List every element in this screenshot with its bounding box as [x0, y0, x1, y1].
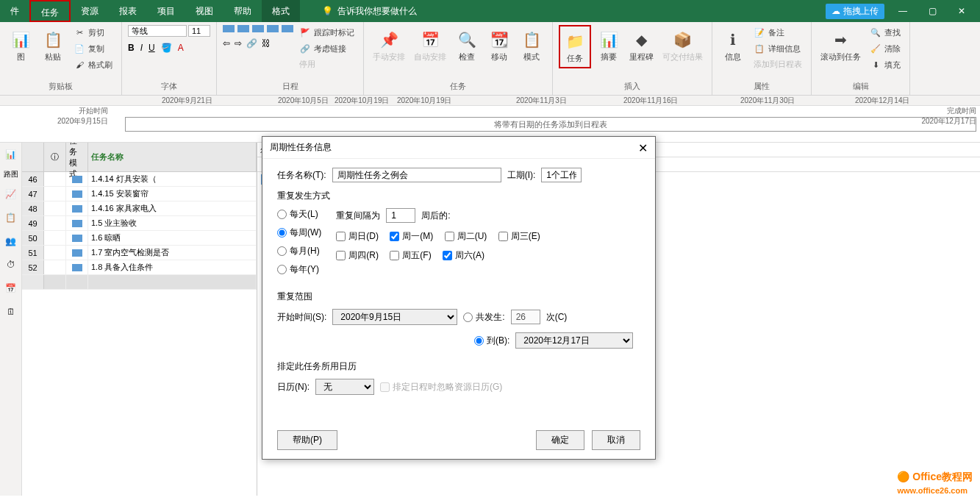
notes-button[interactable]: 📝备注 [751, 25, 805, 40]
tuesday-check[interactable]: 周二(U) [445, 230, 487, 243]
sidebar-form-icon[interactable]: 📋 [2, 209, 20, 226]
thursday-check[interactable]: 周四(R) [336, 249, 379, 262]
name-header[interactable]: 任务名称 [88, 143, 257, 171]
progress-100[interactable] [282, 25, 293, 32]
maximize-button[interactable]: ▢ [921, 2, 943, 20]
saturday-check[interactable]: 周六(A) [443, 249, 484, 262]
link-button[interactable]: 🔗 [246, 38, 257, 49]
sidebar-gantt-icon[interactable]: 📊 [2, 146, 20, 163]
cloud-icon: ☁ [831, 6, 840, 16]
upload-button[interactable]: ☁ 拖拽上传 [826, 4, 884, 19]
clear-button[interactable]: 🧹清除 [867, 41, 904, 56]
font-family-combo[interactable] [128, 25, 187, 37]
track-mark-button[interactable]: 🚩跟踪时标记 [296, 25, 357, 40]
fill-color-button[interactable]: 🪣 [161, 43, 172, 53]
progress-0[interactable] [223, 25, 235, 32]
sidebar-assign-icon[interactable]: 👥 [2, 232, 20, 250]
timeline-start-date: 2020年9月15日 [57, 116, 108, 126]
tab-task[interactable]: 任务 [29, 0, 71, 22]
table-row[interactable]: 481.4.16 家具家电入 [22, 201, 257, 216]
watermark-logo-icon: 🟠 [897, 471, 909, 482]
ignore-calendar-check[interactable]: 排定日程时忽略资源日历(G) [380, 381, 502, 393]
yearly-radio[interactable]: 每年(Y) [277, 263, 321, 276]
move-button[interactable]: 📆移动 [484, 25, 514, 65]
scroll-to-task-button[interactable]: ➡滚动到任务 [818, 25, 864, 65]
daily-radio[interactable]: 每天(L) [277, 208, 321, 221]
start-date-select[interactable]: 2020年9月15日 [332, 309, 457, 325]
sidebar-calendar-icon[interactable]: 🗓 [2, 303, 20, 321]
table-row[interactable]: 461.4.14 灯具安装（ [22, 172, 257, 187]
milestone-button[interactable]: ◆里程碑 [626, 25, 657, 65]
find-button[interactable]: 🔍查找 [867, 25, 904, 40]
table-row[interactable]: 511.7 室内空气检测是否 [22, 246, 257, 260]
format-painter-button[interactable]: 🖌格式刷 [71, 57, 115, 72]
sidebar-work-icon[interactable]: ⏱ [2, 256, 20, 274]
progress-75[interactable] [267, 25, 279, 32]
table-row[interactable]: 491.5 业主验收 [22, 216, 257, 231]
schedule-group-label: 日程 [223, 79, 357, 92]
occur-radio[interactable]: 共发生: [463, 311, 504, 324]
weekly-radio[interactable]: 每周(W) [277, 226, 321, 239]
row-header-blank[interactable] [22, 143, 44, 171]
close-button[interactable]: ✕ [951, 2, 973, 20]
duration-input[interactable] [541, 168, 582, 182]
table-row[interactable]: 471.4.15 安装窗帘 [22, 187, 257, 201]
fill-button[interactable]: ⬇填充 [867, 57, 904, 72]
unlink-button[interactable]: ⛓ [262, 38, 271, 49]
monthly-radio[interactable]: 每月(H) [277, 245, 321, 257]
bold-button[interactable]: B [128, 43, 135, 53]
underline-button[interactable]: U [149, 43, 155, 53]
tab-project[interactable]: 项目 [147, 0, 185, 22]
tab-report[interactable]: 报表 [109, 0, 147, 22]
progress-25[interactable] [237, 25, 249, 32]
italic-button[interactable]: I [140, 43, 143, 53]
indent-button[interactable]: ⇨ [235, 38, 242, 49]
friday-check[interactable]: 周五(F) [390, 249, 431, 262]
summary-button[interactable]: 📊摘要 [594, 25, 623, 65]
outdent-button[interactable]: ⇦ [223, 38, 230, 49]
info-button[interactable]: ℹ信息 [718, 25, 748, 65]
wednesday-check[interactable]: 周三(E) [498, 230, 540, 243]
timeline-start-label: 开始时间 [57, 106, 108, 116]
tab-help[interactable]: 帮助 [223, 0, 262, 22]
font-size-combo[interactable] [188, 25, 210, 37]
view-dropdown[interactable]: 📊 图 [6, 25, 35, 65]
details-button[interactable]: 📋详细信息 [751, 41, 805, 56]
interval-input[interactable] [386, 208, 415, 223]
tell-me-search[interactable]: 💡 告诉我你想要做什么 [322, 5, 417, 18]
end-by-select[interactable]: 2020年12月17日 [515, 332, 633, 349]
cut-button[interactable]: ✂剪切 [71, 25, 115, 40]
cancel-button[interactable]: 取消 [592, 430, 640, 450]
table-row[interactable]: 521.8 具备入住条件 [22, 260, 257, 275]
calendar-select[interactable]: 无 [315, 379, 374, 395]
monday-check[interactable]: 周一(M) [390, 230, 433, 243]
dialog-close-button[interactable]: ✕ [638, 141, 648, 154]
inspect-button[interactable]: 🔍检查 [452, 25, 482, 65]
table-row[interactable]: 501.6 晾晒 [22, 231, 257, 246]
mode-header[interactable]: 任务模式 [66, 143, 88, 171]
tab-view[interactable]: 视图 [185, 0, 223, 22]
tab-resource[interactable]: 资源 [71, 0, 109, 22]
timeline-placeholder[interactable]: 将带有日期的任务添加到日程表 [125, 117, 976, 132]
start-date-label: 开始时间(S): [277, 311, 326, 324]
indicator-header[interactable]: ⓘ [44, 143, 66, 171]
respect-links-button[interactable]: 🔗考虑链接 [296, 41, 357, 56]
selected-empty-row[interactable] [22, 275, 257, 290]
insert-task-button[interactable]: 📁任务 [559, 25, 591, 68]
end-by-radio[interactable]: 到(B): [474, 335, 509, 347]
mode-button[interactable]: 📋模式 [517, 25, 546, 65]
brush-icon: 🖌 [74, 59, 85, 71]
copy-button[interactable]: 📄复制 [71, 41, 115, 56]
paste-button[interactable]: 📋 粘贴 [38, 25, 68, 65]
progress-50[interactable] [252, 25, 264, 32]
sidebar-table-icon[interactable]: 📅 [2, 279, 20, 297]
font-color-button[interactable]: A [178, 43, 184, 53]
sidebar-tracking-icon[interactable]: 📈 [2, 185, 20, 203]
help-button[interactable]: 帮助(P) [277, 430, 337, 450]
tab-file[interactable]: 件 [0, 0, 29, 22]
tab-format[interactable]: 格式 [262, 0, 300, 22]
sunday-check[interactable]: 周日(D) [336, 230, 379, 243]
minimize-button[interactable]: — [892, 2, 914, 20]
task-name-input[interactable] [332, 168, 501, 182]
ok-button[interactable]: 确定 [536, 430, 584, 450]
